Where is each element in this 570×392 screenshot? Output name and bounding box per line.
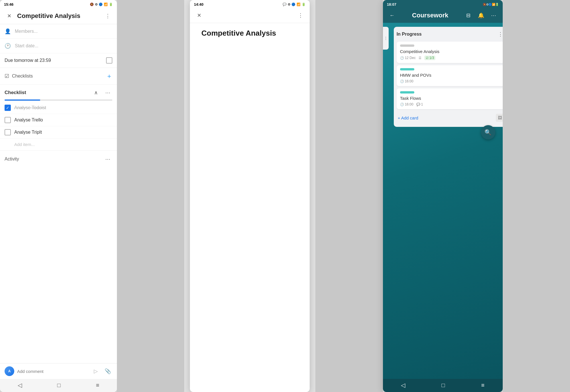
- top-bar-3: ← Coursework ⊟ 🔔 ⋯: [383, 8, 503, 23]
- checklist-icon: ☑: [5, 73, 9, 79]
- checklist-title-1: Checklist: [5, 90, 88, 96]
- card-title-text-3: Task Flows: [400, 96, 502, 101]
- card-color-strip-2: [400, 68, 414, 70]
- android-nav-3: ◁ □ ≡: [383, 379, 503, 392]
- members-icon: 👤: [5, 28, 11, 34]
- comment-bar-1: A ▷ 📎: [0, 363, 117, 379]
- card-meta-1: 🕐 12 Dec ☰ ☑ 1/3: [400, 56, 502, 60]
- nav-menu-3[interactable]: ≡: [481, 382, 484, 389]
- screen1-frame: 15:46 🔕 ⊙ 🔵 📶 🔋 ✕ Competitive Analysis ⋮…: [0, 0, 117, 392]
- image-icon[interactable]: 🖼: [496, 114, 503, 122]
- checklist-count-1: ☑ 1/3: [424, 56, 436, 60]
- android-nav-1: ◁ □ ≡: [0, 379, 117, 392]
- gap2: [315, 0, 383, 392]
- card-time-2: 🕐 16:00: [400, 79, 413, 83]
- status-icons-1: 🔕 ⊙ 🔵 📶 🔋: [90, 3, 113, 6]
- checklist-item-3[interactable]: Analyse TripIt: [0, 126, 117, 139]
- checkbox-unchecked-2[interactable]: [5, 117, 11, 123]
- screen2-frame: 14:40 💬 ⊙ 🔵 📶 🔋 ✕ ⋮ Competitive Analysis…: [190, 0, 310, 392]
- members-row-1[interactable]: 👤 Members...: [0, 24, 117, 39]
- clock-mini-3: 🕐: [400, 103, 404, 106]
- start-date-row-1[interactable]: 🕐 Start date...: [0, 39, 117, 53]
- nav-back-1[interactable]: ◁: [18, 382, 22, 389]
- gap3: [503, 0, 570, 392]
- status-time-2: 14:40: [194, 2, 203, 7]
- filter-icon-3[interactable]: ⊟: [464, 11, 473, 20]
- checklist-item-label-3: Analyse TripIt: [14, 130, 42, 135]
- add-card-row[interactable]: + Add card 🖼: [397, 111, 503, 124]
- search-fab[interactable]: 🔍: [481, 125, 495, 139]
- card-color-strip-1: [400, 44, 414, 47]
- attach-icon-1[interactable]: 📎: [103, 367, 112, 376]
- column-header: In Progress ⋮: [397, 30, 503, 39]
- card-meta-3: 🕐 16:00 💬 1: [400, 102, 502, 106]
- due-row-1: Due tomorrow at 23:59: [0, 53, 117, 68]
- nav-home-1[interactable]: □: [57, 382, 61, 389]
- checkbox-checked-1[interactable]: [5, 105, 11, 111]
- card-lines-1: ☰: [419, 56, 421, 60]
- gap1: [117, 0, 184, 392]
- checklist-item-2[interactable]: Analyse Trello: [0, 114, 117, 126]
- due-checkbox-1[interactable]: [106, 57, 112, 64]
- checklists-label-1: Checklists: [12, 74, 103, 79]
- collapse-checklist-icon[interactable]: ∧: [91, 88, 100, 97]
- board-card-2[interactable]: HMW and POVs 🕐 16:00: [397, 65, 503, 86]
- checklist-fraction-1: 1/3: [429, 56, 434, 60]
- checklists-header-1: ☑ Checklists ＋: [0, 68, 117, 85]
- checklist-title-row: Checklist ∧ ⋯: [0, 85, 117, 99]
- more-options-icon-2[interactable]: ⋮: [296, 11, 305, 20]
- clock-mini-2: 🕐: [400, 80, 404, 83]
- send-icon-1[interactable]: ▷: [91, 367, 100, 376]
- nav-menu-1[interactable]: ≡: [96, 382, 99, 389]
- activity-label: Activity: [5, 157, 103, 162]
- board-background: ⋮ In Progress ⋮ Competitive Analysis 🕐 1…: [383, 23, 503, 379]
- add-item-row[interactable]: Add item...: [0, 139, 117, 150]
- card-comments-3: 💬 1: [416, 102, 423, 106]
- members-label-1: Members...: [15, 29, 38, 34]
- status-icons-2: 💬 ⊙ 🔵 📶 🔋: [283, 3, 306, 6]
- add-item-placeholder: Add item...: [14, 142, 35, 147]
- board-card-3[interactable]: Task Flows 🕐 16:00 💬 1: [397, 88, 503, 109]
- board-title-3: Coursework: [400, 12, 461, 19]
- card-date-text-1: 12 Dec: [405, 56, 416, 60]
- nav-back-3[interactable]: ◁: [401, 382, 405, 389]
- checkbox-unchecked-3[interactable]: [5, 129, 11, 135]
- card-title-text-2: HMW and POVs: [400, 73, 502, 78]
- board-column-in-progress: In Progress ⋮ Competitive Analysis 🕐 12 …: [394, 27, 503, 127]
- screen3-frame: 18:07 🔕⊙🔵📶🔋 ← Coursework ⊟ 🔔 ⋯ ⋮ In Prog…: [383, 0, 503, 392]
- card-title-text-1: Competitive Analysis: [400, 49, 502, 54]
- card-title-2: Competitive Analysis: [196, 23, 310, 392]
- card-meta-2: 🕐 16:00: [400, 79, 502, 83]
- checklist-item-1[interactable]: Analyse Todoist: [0, 102, 117, 114]
- page-title-1: Competitive Analysis: [17, 12, 100, 20]
- progress-bar-wrap: [5, 99, 112, 101]
- more-options-icon[interactable]: ⋮: [103, 11, 112, 21]
- top-bar-2: ✕ ⋮: [190, 8, 310, 23]
- start-date-label-1: Start date...: [15, 43, 38, 48]
- comment-input-1[interactable]: [17, 369, 88, 374]
- checklist-more-icon[interactable]: ⋯: [103, 88, 112, 97]
- card-date-1: 🕐 12 Dec: [400, 56, 416, 60]
- add-checklist-button[interactable]: ＋: [106, 72, 112, 80]
- column-title: In Progress: [397, 32, 494, 37]
- checklist-item-label-2: Analyse Trello: [14, 117, 43, 123]
- close-icon[interactable]: ✕: [5, 11, 14, 21]
- activity-more-icon[interactable]: ⋯: [103, 155, 112, 164]
- due-text-1: Due tomorrow at 23:59: [5, 58, 102, 63]
- nav-home-3[interactable]: □: [441, 382, 445, 389]
- card-time-text-2: 16:00: [405, 79, 413, 83]
- status-bar-3: 18:07 🔕⊙🔵📶🔋: [383, 0, 503, 8]
- status-bar-2: 14:40 💬 ⊙ 🔵 📶 🔋: [190, 0, 310, 8]
- board-card-1[interactable]: Competitive Analysis 🕐 12 Dec ☰ ☑ 1/3: [397, 42, 503, 63]
- status-time-1: 15:46: [4, 2, 13, 7]
- bell-icon-3[interactable]: 🔔: [476, 11, 486, 20]
- close-icon-2[interactable]: ✕: [194, 11, 204, 20]
- more-icon-3[interactable]: ⋯: [489, 11, 498, 20]
- clock-mini-1: 🕐: [400, 56, 404, 60]
- clock-icon-1: 🕐: [5, 43, 11, 49]
- column-more-icon[interactable]: ⋮: [496, 30, 503, 39]
- checklist-item-label-1: Analyse Todoist: [14, 105, 46, 110]
- status-time-3: 18:07: [387, 2, 396, 7]
- back-icon-3[interactable]: ←: [388, 11, 397, 20]
- card-comments-count-3: 1: [421, 102, 423, 106]
